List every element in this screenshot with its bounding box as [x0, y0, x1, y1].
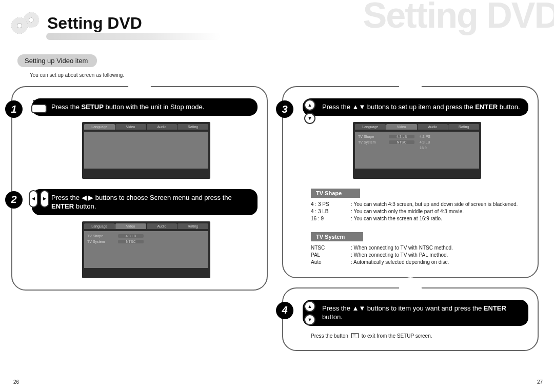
- osd-tab: Language: [84, 223, 115, 229]
- step-number: 3: [276, 100, 293, 118]
- steps-panel-left: 1 SETUP Press the SETUP button with the …: [11, 86, 268, 291]
- up-down-buttons-icon: ▲▼: [300, 301, 320, 325]
- osd-tab: Rating: [177, 124, 208, 130]
- title-underline: [46, 33, 221, 40]
- page-number-left: 26: [13, 379, 19, 385]
- step-number: 2: [5, 191, 23, 209]
- osd-tab: Rating: [448, 124, 479, 130]
- osd-screenshot-3: Language Video Audio Rating TV Shape 4:3…: [353, 122, 481, 179]
- osd-tab: Video: [115, 223, 146, 229]
- step-1: 1 SETUP Press the SETUP button with the …: [35, 98, 258, 179]
- osd-tab: Audio: [418, 124, 448, 130]
- page-content: Setting DVD Setting up Video item You ca…: [11, 12, 545, 360]
- instruction-text: Press the ◀ ▶ buttons to choose Screen m…: [32, 189, 258, 215]
- tv-system-info: TV System NTSC: When connecting to TV wi…: [311, 232, 528, 266]
- osd-screenshot-1: Language Video Audio Rating: [82, 122, 210, 179]
- right-column: 3 ▲▼ Press the ▲▼ buttons to set up item…: [282, 86, 539, 360]
- menu-exit-icon: [351, 333, 359, 338]
- exit-note: Press the button to exit from the SETUP …: [311, 333, 528, 339]
- section-heading: Setting up Video item: [17, 54, 97, 67]
- step-number: 4: [276, 302, 293, 319]
- instruction-text: Press the SETUP button with the unit in …: [32, 98, 258, 116]
- osd-tab: Video: [115, 124, 146, 130]
- header: Setting DVD: [11, 12, 545, 34]
- osd-screenshot-2: Language Video Audio Rating TV Shape4:3 …: [82, 221, 210, 278]
- setup-button-icon: SETUP: [29, 99, 49, 113]
- left-right-buttons-icon: ◀▶: [29, 190, 49, 208]
- steps-panel-right-bottom: 4 ▲▼ Press the ▲▼ buttons to item you wa…: [282, 287, 539, 351]
- step-3: 3 ▲▼ Press the ▲▼ buttons to set up item…: [306, 98, 528, 266]
- osd-tab: Audio: [147, 223, 177, 229]
- osd-tab: Audio: [147, 124, 177, 130]
- page-title: Setting DVD: [47, 14, 142, 33]
- step-4: 4 ▲▼ Press the ▲▼ buttons to item you wa…: [306, 300, 528, 339]
- steps-panel-right-top: 3 ▲▼ Press the ▲▼ buttons to set up item…: [282, 86, 539, 278]
- up-down-buttons-icon: ▲▼: [300, 99, 320, 124]
- step-number: 1: [5, 100, 23, 118]
- left-column: 1 SETUP Press the SETUP button with the …: [11, 86, 268, 360]
- info-heading: TV System: [311, 232, 363, 241]
- dvd-discs-icon: [11, 12, 40, 34]
- section-note: You can set up about screen as following…: [30, 72, 545, 78]
- instruction-text: Press the ▲▼ buttons to item you want an…: [303, 300, 528, 326]
- instruction-text: Press the ▲▼ buttons to set up item and …: [303, 98, 528, 116]
- tv-shape-info: TV Shape 4 : 3 PS: You can watch 4:3 scr…: [311, 188, 528, 222]
- page-number-right: 27: [537, 379, 543, 385]
- step-2: 2 ◀▶ Press the ◀ ▶ buttons to choose Scr…: [35, 189, 258, 278]
- info-heading: TV Shape: [311, 189, 360, 198]
- osd-tab: Rating: [177, 223, 208, 229]
- osd-tab: Video: [386, 124, 417, 130]
- osd-tab: Language: [355, 124, 386, 130]
- osd-tab: Language: [84, 124, 115, 130]
